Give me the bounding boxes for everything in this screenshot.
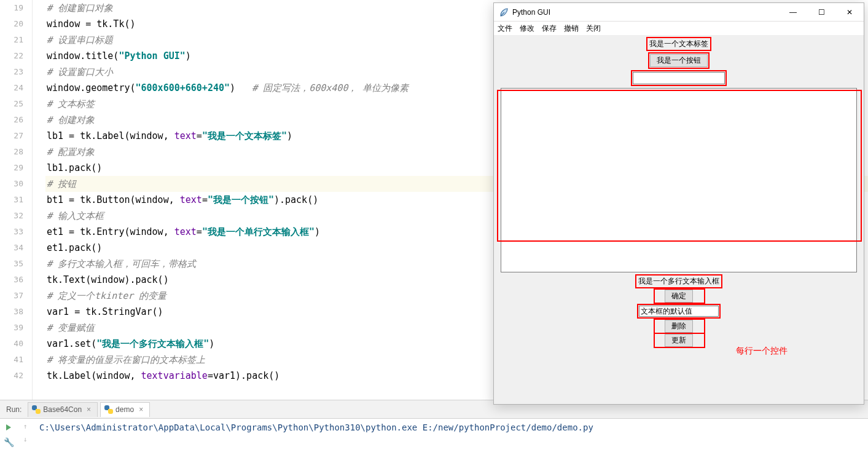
close-icon[interactable]: × — [139, 402, 143, 417]
tk-feather-icon — [499, 7, 509, 17]
settings-button[interactable]: 🔧 — [4, 437, 14, 447]
run-output-text[interactable]: C:\Users\Administrator\AppData\Local\Pro… — [33, 419, 868, 452]
run-tab-demo[interactable]: demo × — [100, 402, 150, 417]
line-number: 23 — [0, 64, 23, 80]
line-number: 20 — [0, 16, 23, 32]
rerun-button[interactable] — [4, 422, 14, 432]
tk-button-update[interactable]: 更新 — [665, 334, 693, 347]
tk-button-ok[interactable]: 确定 — [665, 290, 693, 303]
line-number: 28 — [0, 144, 23, 160]
line-number: 29 — [0, 160, 23, 176]
line-number: 31 — [0, 192, 23, 208]
line-number: 27 — [0, 128, 23, 144]
line-number: 33 — [0, 224, 23, 240]
tk-body: 我是一个文本标签 我是一个按钮 我是一个多行文本输入框 确定 文本框的默认值 删… — [494, 35, 864, 404]
python-icon — [32, 405, 41, 414]
line-number: 26 — [0, 112, 23, 128]
run-panel: Run: Base64Con × demo × 🔧 ↑ ↓ C:\Users\A… — [0, 400, 868, 452]
tkinter-window: Python GUI — ☐ ✕ 文件 修改 保存 撤销 关闭 我是一个文本标签… — [493, 2, 864, 405]
tab-label: demo — [115, 402, 134, 417]
line-number: 42 — [0, 368, 23, 384]
menu-modify[interactable]: 修改 — [520, 23, 534, 34]
menu-close[interactable]: 关闭 — [586, 23, 601, 34]
python-icon — [104, 405, 113, 414]
line-number: 35 — [0, 256, 23, 272]
run-tab-base64con[interactable]: Base64Con × — [28, 402, 98, 417]
tk-text-widget[interactable] — [501, 88, 857, 272]
line-number: 39 — [0, 320, 23, 336]
arrow-up-icon[interactable]: ↑ — [23, 422, 28, 430]
tk-button-1[interactable]: 我是一个按钮 — [650, 54, 708, 67]
line-number-gutter: 1920212223242526272829303132333435363738… — [0, 0, 32, 400]
tk-label-multiline: 我是一个多行文本输入框 — [637, 277, 721, 285]
line-number: 36 — [0, 272, 23, 288]
line-number: 21 — [0, 32, 23, 48]
run-body: 🔧 ↑ ↓ C:\Users\Administrator\AppData\Loc… — [0, 419, 868, 452]
line-number: 24 — [0, 80, 23, 96]
tab-label: Base64Con — [43, 402, 82, 417]
minimize-button[interactable]: — — [779, 3, 807, 22]
run-label: Run: — [0, 405, 28, 414]
close-button[interactable]: ✕ — [835, 3, 864, 22]
tk-button-delete[interactable]: 删除 — [665, 320, 693, 333]
tk-annotation-text: 每行一个控件 — [736, 346, 788, 357]
line-number: 30 — [0, 176, 23, 192]
run-toolbar-left: 🔧 — [0, 419, 17, 452]
arrow-down-icon[interactable]: ↓ — [23, 435, 28, 443]
tk-titlebar[interactable]: Python GUI — ☐ ✕ — [494, 3, 864, 22]
tk-entry-1[interactable] — [633, 72, 725, 84]
line-number: 25 — [0, 96, 23, 112]
close-icon[interactable]: × — [87, 402, 91, 417]
line-number: 32 — [0, 208, 23, 224]
tk-menubar: 文件 修改 保存 撤销 关闭 — [494, 22, 864, 35]
indent-guide — [32, 0, 45, 400]
tk-title-text: Python GUI — [512, 8, 550, 17]
line-number: 22 — [0, 48, 23, 64]
menu-undo[interactable]: 撤销 — [564, 23, 579, 34]
line-number: 41 — [0, 352, 23, 368]
menu-file[interactable]: 文件 — [498, 23, 512, 34]
line-number: 40 — [0, 336, 23, 352]
run-toolbar-nav: ↑ ↓ — [17, 419, 33, 452]
line-number: 38 — [0, 304, 23, 320]
tk-label-1: 我是一个文本标签 — [648, 39, 710, 48]
menu-save[interactable]: 保存 — [542, 23, 557, 34]
line-number: 37 — [0, 288, 23, 304]
line-number: 34 — [0, 240, 23, 256]
maximize-button[interactable]: ☐ — [807, 3, 835, 22]
tk-entry-default[interactable]: 文本框的默认值 — [639, 306, 719, 317]
line-number: 19 — [0, 0, 23, 16]
